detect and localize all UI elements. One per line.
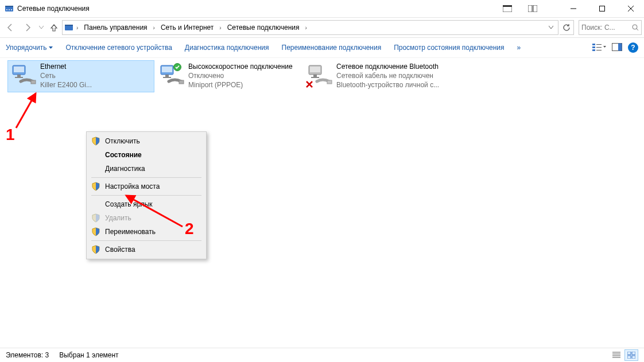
maximize-button[interactable] — [589, 0, 615, 17]
menu-diagnose[interactable]: Диагностика — [88, 162, 205, 176]
menu-state[interactable]: Состояние — [88, 148, 205, 162]
search-icon — [632, 24, 639, 31]
svg-rect-34 — [179, 80, 184, 84]
svg-rect-27 — [17, 75, 21, 77]
view-details-icon[interactable] — [610, 349, 623, 361]
content-area: Ethernet Сеть Killer E2400 Gi... — [0, 58, 644, 344]
network-adapter-icon — [9, 62, 37, 89]
help-button[interactable]: ? — [628, 42, 638, 53]
disable-device-button[interactable]: Отключение сетевого устройства — [65, 44, 172, 52]
preview-pane-icon[interactable] — [612, 43, 622, 53]
connection-title: Высокоскоростное подключение — [188, 62, 293, 71]
svg-rect-33 — [163, 77, 171, 78]
view-layout-icon[interactable] — [592, 42, 606, 53]
recent-dropdown[interactable] — [37, 20, 46, 36]
window-title: Сетевые подключения — [17, 5, 90, 13]
connection-status: Сеть — [40, 71, 92, 80]
annotation-arrow-2 — [119, 191, 188, 231]
svg-rect-38 — [313, 75, 317, 77]
address-icon — [64, 23, 74, 32]
network-adapter-icon — [305, 62, 333, 89]
connection-device: Bluetooth-устройство личной с... — [336, 80, 439, 89]
connection-title: Ethernet — [40, 62, 92, 71]
connection-status: Отключено — [188, 71, 293, 80]
connection-bluetooth[interactable]: Сетевое подключение Bluetooth Сетевой ка… — [304, 61, 450, 92]
chevron-right-icon[interactable]: › — [302, 25, 309, 31]
status-x-icon — [305, 80, 313, 88]
annotation-number-1: 1 — [6, 126, 15, 144]
annotation-number-2: 2 — [185, 220, 194, 238]
close-button[interactable] — [618, 0, 644, 17]
chevron-right-icon[interactable]: › — [151, 25, 157, 31]
window-icon — [5, 4, 14, 13]
breadcrumb-item[interactable]: Сетевые подключения — [224, 21, 303, 34]
shield-icon — [91, 245, 100, 254]
svg-line-43 — [16, 94, 36, 128]
ribbon-toggle-2-icon[interactable] — [521, 0, 544, 17]
shield-icon — [91, 227, 100, 236]
svg-rect-10 — [600, 6, 605, 11]
address-dropdown[interactable] — [545, 26, 557, 29]
svg-rect-17 — [592, 44, 595, 45]
status-ok-icon — [173, 63, 181, 71]
rename-button[interactable]: Переименование подключения — [282, 44, 382, 52]
svg-rect-24 — [618, 43, 622, 50]
up-button[interactable] — [47, 20, 61, 36]
annotation-arrow-1 — [11, 87, 46, 133]
shield-icon — [91, 182, 100, 191]
command-bar: Упорядочить Отключение сетевого устройст… — [0, 38, 644, 58]
svg-rect-19 — [592, 49, 595, 51]
network-adapter-icon — [157, 62, 185, 89]
status-count: Элементов: 3 — [6, 351, 49, 359]
nav-bar: › Панель управления › Сеть и Интернет › … — [0, 17, 644, 38]
chevron-right-icon[interactable]: › — [217, 25, 223, 31]
svg-rect-14 — [65, 25, 73, 26]
breadcrumb-item[interactable]: Сеть и Интернет — [157, 21, 217, 34]
svg-rect-26 — [14, 67, 24, 72]
svg-point-2 — [6, 9, 7, 10]
svg-rect-6 — [503, 5, 512, 7]
forward-button[interactable] — [20, 20, 36, 36]
svg-rect-39 — [311, 77, 319, 78]
chevron-right-icon[interactable]: › — [74, 25, 80, 31]
more-commands[interactable]: » — [517, 44, 521, 52]
svg-rect-18 — [592, 46, 595, 48]
svg-rect-37 — [310, 67, 320, 72]
svg-rect-52 — [632, 356, 635, 359]
view-status-button[interactable]: Просмотр состояния подключения — [394, 44, 504, 52]
breadcrumb-item[interactable]: Панель управления — [80, 21, 150, 34]
ribbon-toggle-1-icon[interactable] — [496, 0, 519, 17]
svg-point-3 — [9, 9, 10, 10]
menu-properties[interactable]: Свойства — [88, 243, 205, 256]
svg-line-44 — [126, 196, 183, 227]
connection-device: Killer E2400 Gi... — [40, 80, 92, 89]
svg-point-15 — [633, 25, 637, 29]
back-button[interactable] — [2, 20, 18, 36]
view-tiles-icon[interactable] — [624, 349, 638, 361]
shield-icon — [91, 213, 100, 223]
diagnose-button[interactable]: Диагностика подключения — [185, 44, 269, 52]
shield-icon — [91, 137, 100, 146]
connection-status: Сетевой кабель не подключен — [336, 71, 439, 80]
svg-point-4 — [11, 9, 12, 10]
svg-rect-40 — [327, 80, 332, 84]
svg-rect-32 — [165, 75, 169, 77]
svg-rect-51 — [627, 356, 631, 359]
search-placeholder: Поиск: С... — [581, 24, 632, 32]
organize-menu[interactable]: Упорядочить — [6, 44, 53, 52]
menu-disconnect[interactable]: Отключить — [88, 134, 205, 148]
status-selected: Выбран 1 элемент — [59, 351, 118, 359]
search-input[interactable]: Поиск: С... — [579, 20, 642, 35]
refresh-button[interactable] — [560, 20, 574, 35]
connection-pppoe[interactable]: Высокоскоростное подключение Отключено M… — [156, 61, 302, 92]
connection-device: Miniport (PPPOE) — [188, 80, 293, 89]
minimize-button[interactable] — [560, 0, 587, 17]
svg-rect-29 — [31, 80, 36, 84]
address-bar[interactable]: › Панель управления › Сеть и Интернет › … — [62, 20, 558, 35]
svg-rect-1 — [5, 6, 13, 7]
title-bar: Сетевые подключения — [0, 0, 644, 17]
svg-rect-8 — [533, 5, 537, 12]
status-bar: Элементов: 3 Выбран 1 элемент — [0, 348, 644, 362]
connection-title: Сетевое подключение Bluetooth — [336, 62, 439, 71]
svg-rect-31 — [162, 67, 172, 72]
